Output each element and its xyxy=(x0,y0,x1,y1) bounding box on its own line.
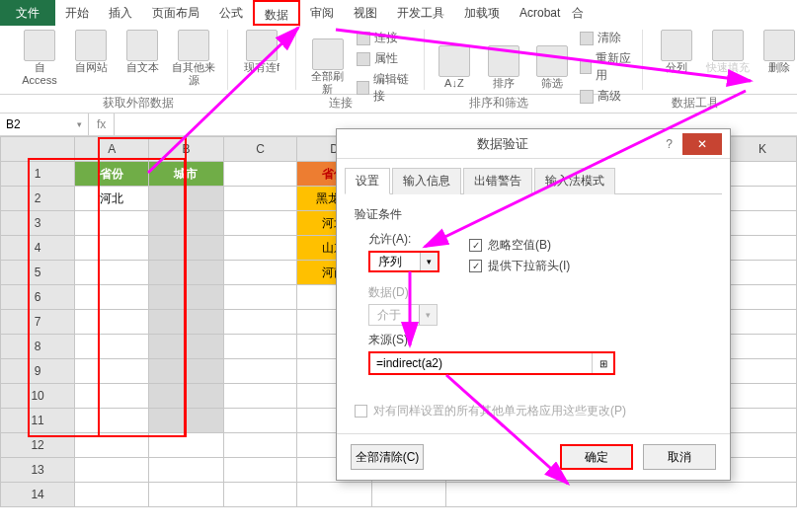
chevron-down-icon[interactable]: ▾ xyxy=(420,253,438,270)
data-validation-dialog: 数据验证 ? ✕ 设置 输入信息 出错警告 输入法模式 验证条件 允许(A): … xyxy=(336,128,731,481)
tab-data[interactable]: 数据 xyxy=(253,0,300,26)
btn-cancel[interactable]: 取消 xyxy=(643,444,716,470)
btn-conn[interactable]: 连接 xyxy=(357,30,416,46)
dtab-input[interactable]: 输入信息 xyxy=(392,168,461,194)
btn-from-other[interactable]: 自其他来源 xyxy=(170,30,217,87)
tab-review[interactable]: 审阅 xyxy=(300,0,344,26)
btn-clear[interactable]: 清除 xyxy=(580,30,634,46)
existing-icon xyxy=(246,30,278,61)
btn-from-access[interactable]: 自 Access xyxy=(16,30,63,87)
allow-combo[interactable]: 序列▾ xyxy=(368,251,439,272)
data-combo: 介于▾ xyxy=(368,304,438,326)
cell-A2[interactable]: 河北 xyxy=(75,187,149,211)
clear-icon xyxy=(580,32,594,45)
conn-icon xyxy=(357,32,370,45)
data-label: 数据(D): xyxy=(368,284,712,301)
other-icon xyxy=(178,30,209,61)
tab-addin[interactable]: 加载项 xyxy=(454,0,510,26)
tab-trunc: 合 xyxy=(570,0,586,26)
col-C[interactable]: C xyxy=(223,137,297,162)
dialog-close[interactable]: ✕ xyxy=(682,133,722,155)
btn-dup[interactable]: 删除 xyxy=(756,30,797,78)
btn-reapply[interactable]: 重新应用 xyxy=(580,50,634,84)
dtab-ime[interactable]: 输入法模式 xyxy=(534,168,615,194)
dtab-settings[interactable]: 设置 xyxy=(345,168,390,194)
btn-flash: 快速填充 xyxy=(704,30,752,78)
btn-from-text[interactable]: 自文本 xyxy=(119,30,166,87)
dup-icon xyxy=(763,30,795,61)
fx-label: fx xyxy=(89,114,115,135)
tab-insert[interactable]: 插入 xyxy=(99,0,142,26)
cell-B1[interactable]: 城市 xyxy=(149,162,223,187)
cell-A1[interactable]: 省份 xyxy=(75,162,149,187)
chk-dropdown[interactable]: ✓提供下拉箭头(I) xyxy=(469,258,570,274)
reapply-icon xyxy=(580,60,592,74)
chk-apply-others[interactable]: 对有同样设置的所有其他单元格应用这些更改(P) xyxy=(355,403,712,419)
ribbon-body: 自 Access 自网站 自文本 自其他来源 现有连f 全部刷新 连接 属性 编… xyxy=(0,26,797,95)
dialog-title: 数据验证 xyxy=(345,135,660,153)
source-input[interactable]: =indirect(a2)⊞ xyxy=(368,351,615,375)
btn-prop[interactable]: 属性 xyxy=(357,50,416,67)
row-2[interactable]: 2 xyxy=(1,187,75,211)
split-icon xyxy=(661,30,692,61)
sort-icon xyxy=(488,45,519,77)
tab-acrobat[interactable]: Acrobat xyxy=(510,0,570,26)
dtab-error[interactable]: 出错警告 xyxy=(463,168,532,194)
text-icon xyxy=(126,30,158,61)
tab-dev[interactable]: 开发工具 xyxy=(387,0,454,26)
web-icon xyxy=(75,30,107,61)
btn-refresh[interactable]: 全部刷新 xyxy=(306,38,349,96)
col-A[interactable]: A xyxy=(75,137,149,162)
btn-existing[interactable]: 现有连f xyxy=(238,30,285,74)
dialog-tabs: 设置 输入信息 出错警告 输入法模式 xyxy=(345,167,722,194)
filter-icon xyxy=(536,45,568,77)
sort-az-icon xyxy=(438,45,470,77)
btn-ok[interactable]: 确定 xyxy=(560,444,633,470)
flash-icon xyxy=(712,30,744,61)
tab-file[interactable]: 文件 xyxy=(0,0,55,26)
row-1[interactable]: 1 xyxy=(1,162,75,187)
name-box[interactable]: B2 xyxy=(0,114,89,135)
criteria-label: 验证条件 xyxy=(355,206,712,223)
allow-label: 允许(A): xyxy=(368,231,439,248)
chk-ignore-blank[interactable]: ✓忽略空值(B) xyxy=(469,237,570,254)
prop-icon xyxy=(357,52,370,66)
btn-sort-az[interactable]: A↓Z xyxy=(435,45,474,90)
link-icon xyxy=(357,81,369,95)
source-label: 来源(S): xyxy=(368,332,712,348)
tab-home[interactable]: 开始 xyxy=(55,0,99,26)
tab-formula[interactable]: 公式 xyxy=(209,0,253,26)
dialog-help[interactable]: ? xyxy=(660,137,678,151)
btn-filter[interactable]: 筛选 xyxy=(533,45,573,90)
cell-B2[interactable] xyxy=(149,187,223,211)
range-picker-icon[interactable]: ⊞ xyxy=(592,353,613,373)
tab-layout[interactable]: 页面布局 xyxy=(142,0,209,26)
tab-view[interactable]: 视图 xyxy=(344,0,387,26)
ribbon-group-labels: 获取外部数据 连接 排序和筛选 数据工具 xyxy=(0,95,797,113)
btn-clear-all[interactable]: 全部清除(C) xyxy=(351,444,424,470)
ribbon-tabs: 文件 开始 插入 页面布局 公式 数据 审阅 视图 开发工具 加载项 Acrob… xyxy=(0,0,797,26)
refresh-icon xyxy=(312,38,344,70)
access-icon xyxy=(24,30,55,61)
btn-sort[interactable]: 排序 xyxy=(484,45,523,90)
cell-C1[interactable] xyxy=(223,162,297,187)
btn-from-web[interactable]: 自网站 xyxy=(67,30,115,87)
col-B[interactable]: B xyxy=(149,137,223,162)
btn-split[interactable]: 分列 xyxy=(653,30,700,78)
